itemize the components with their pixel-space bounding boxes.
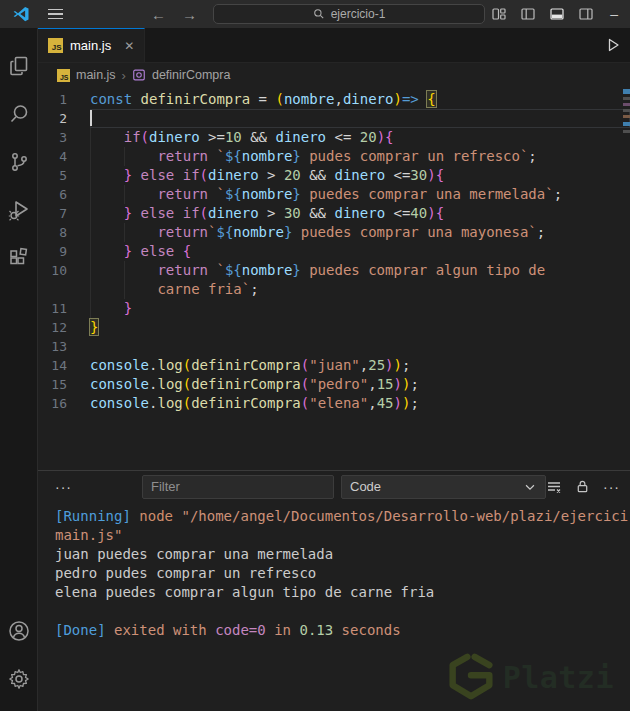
title-bar: ← → ejercicio-1 — [0, 0, 630, 28]
output-channel-select[interactable]: Code — [341, 475, 546, 499]
code-line: 12} — [38, 318, 630, 337]
account-icon[interactable] — [0, 607, 38, 655]
code-line: 5 } else if(dinero > 20 && dinero <=30){ — [38, 166, 630, 185]
symbol-method-icon — [132, 68, 146, 82]
search-icon — [313, 8, 325, 20]
platzi-logo-icon — [449, 653, 493, 701]
search-value: ejercicio-1 — [331, 7, 386, 21]
minimize-button[interactable]: – — [610, 6, 618, 22]
panel-tabs-overflow[interactable]: ··· — [55, 479, 72, 495]
code-line: 9 } else { — [38, 242, 630, 261]
tab-bar: JS main.js ✕ — [38, 28, 630, 63]
output-panel: ··· Code — [38, 470, 630, 711]
output-console[interactable]: [Running] node "/home/angel/Documentos/D… — [38, 502, 630, 711]
breadcrumb-symbol[interactable]: definirCompra — [152, 68, 231, 82]
tab-close-icon[interactable]: ✕ — [124, 39, 134, 53]
output-line: elena puedes comprar algun tipo de carne… — [55, 583, 630, 602]
code-line: 4 return `${nombre} pudes comprar un ref… — [38, 147, 630, 166]
output-line — [55, 602, 630, 621]
forward-arrow-icon[interactable]: → — [182, 6, 197, 23]
chevron-down-icon — [523, 480, 537, 494]
output-filter-input[interactable] — [142, 475, 334, 499]
breadcrumb: JS main.js › definirCompra — [38, 63, 630, 87]
search-box[interactable]: ejercicio-1 — [213, 4, 485, 24]
tab-label: main.js — [70, 38, 111, 53]
panel-more-actions[interactable]: ··· — [603, 479, 620, 495]
output-line: [Running] node "/home/angel/Documentos/D… — [55, 507, 630, 526]
settings-gear-icon[interactable] — [0, 655, 38, 703]
output-line: main.js" — [55, 526, 630, 545]
platzi-watermark: Platzi — [449, 653, 614, 701]
output-line: juan puedes comprar una mermelada — [55, 545, 630, 564]
code-line: carne fria`; — [38, 280, 630, 299]
platzi-watermark-text: Platzi — [503, 660, 614, 695]
code-line: 15console.log(definirCompra("pedro",15))… — [38, 375, 630, 394]
output-line: [Done] exited with code=0 in 0.13 second… — [55, 621, 630, 640]
code-line: 13 — [38, 337, 630, 356]
output-lines: [Running] node "/home/angel/Documentos/D… — [55, 507, 630, 640]
extensions-icon[interactable] — [0, 234, 38, 282]
code-line: 7 } else if(dinero > 30 && dinero <=40){ — [38, 204, 630, 223]
search-sidebar-icon[interactable] — [0, 90, 38, 138]
output-line: pedro pudes comprar un refresco — [55, 564, 630, 583]
run-debug-icon[interactable] — [0, 186, 38, 234]
source-control-icon[interactable] — [0, 138, 38, 186]
menu-icon[interactable] — [48, 9, 63, 20]
code-line: 14console.log(definirCompra("juan",25)); — [38, 356, 630, 375]
run-code-button[interactable] — [605, 28, 630, 62]
code-lines: 1const definirCompra = (nombre,dinero)=>… — [38, 90, 630, 413]
js-file-icon: JS — [57, 69, 70, 82]
code-line: 6 return `${nombre} puedes comprar una m… — [38, 185, 630, 204]
code-line: 10 return `${nombre} puedes comprar algu… — [38, 261, 630, 280]
vscode-logo-icon — [12, 5, 30, 23]
vscode-window: ← → ejercicio-1 — [0, 0, 630, 711]
breadcrumb-file[interactable]: main.js — [76, 68, 116, 82]
activity-bar — [0, 28, 38, 711]
toggle-secondary-sidebar-icon[interactable] — [578, 6, 594, 22]
code-line: 8 return`${nombre} puedes comprar una ma… — [38, 223, 630, 242]
js-file-icon: JS — [48, 38, 63, 53]
back-arrow-icon[interactable]: ← — [151, 6, 166, 23]
channel-value: Code — [350, 479, 381, 494]
tab-mainjs[interactable]: JS main.js ✕ — [38, 28, 145, 62]
code-line: 11 } — [38, 299, 630, 318]
toggle-panel-icon[interactable] — [549, 6, 565, 22]
lock-icon[interactable] — [575, 479, 590, 494]
customize-layout-icon[interactable] — [491, 6, 507, 22]
toggle-primary-sidebar-icon[interactable] — [520, 6, 536, 22]
code-line: 3 if(dinero >=10 && dinero <= 20){ — [38, 128, 630, 147]
code-line: 1const definirCompra = (nombre,dinero)=>… — [38, 90, 630, 109]
chevron-right-icon: › — [122, 68, 126, 83]
code-editor[interactable]: 1const definirCompra = (nombre,dinero)=>… — [38, 87, 630, 470]
panel-header: ··· Code — [38, 471, 630, 502]
play-icon — [605, 37, 621, 53]
clear-output-icon[interactable] — [546, 479, 562, 495]
code-line: 2 — [38, 109, 630, 128]
code-line: 16console.log(definirCompra("elena",45))… — [38, 394, 630, 413]
explorer-icon[interactable] — [0, 42, 38, 90]
